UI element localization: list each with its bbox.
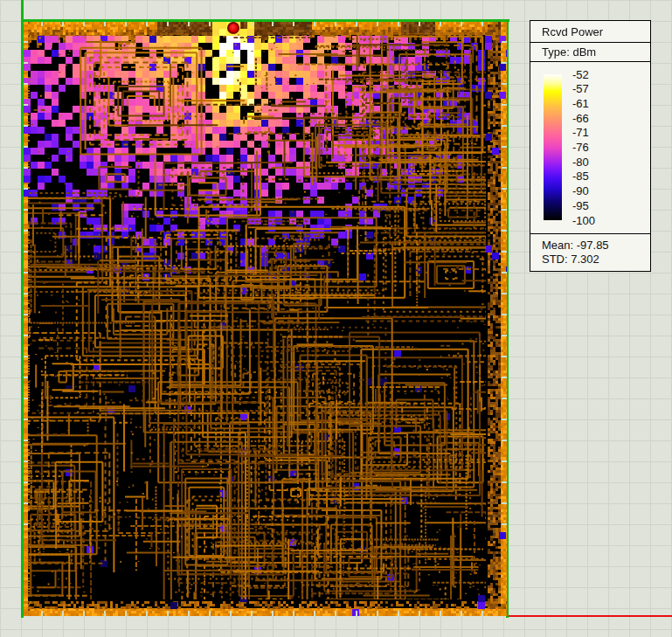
workspace-canvas[interactable]: Rcvd Power Type: dBm -52-57-61-66-71-76-… [0,0,672,637]
legend-type-label: Type: dBm [530,43,650,62]
legend-mean: Mean: -97.85 [542,239,650,253]
scale-tick-label: -100 [572,214,595,227]
coverage-heatmap[interactable] [24,22,507,616]
scale-tick-label: -76 [572,141,589,154]
x-axis-line [509,615,672,617]
legend-colorbar-section: -52-57-61-66-71-76-80-85-90-95-100 [530,62,650,234]
scale-tick-label: -61 [572,97,589,110]
legend-title: Rcvd Power [530,21,650,43]
scale-tick-label: -52 [572,68,589,81]
colorbar-gradient [544,74,562,220]
legend-panel[interactable]: Rcvd Power Type: dBm -52-57-61-66-71-76-… [530,20,651,272]
transmitter-marker[interactable] [227,22,239,34]
scale-tick-label: -66 [572,112,589,125]
scale-tick-label: -95 [572,199,589,212]
scale-tick-label: -57 [572,82,589,95]
scale-tick-label: -71 [572,126,589,139]
scale-tick-label: -90 [572,184,589,197]
scale-tick-label: -80 [572,156,589,169]
legend-stats: Mean: -97.85 STD: 7.302 [530,234,650,267]
legend-std: STD: 7.302 [542,253,650,267]
scale-tick-label: -85 [572,170,589,183]
